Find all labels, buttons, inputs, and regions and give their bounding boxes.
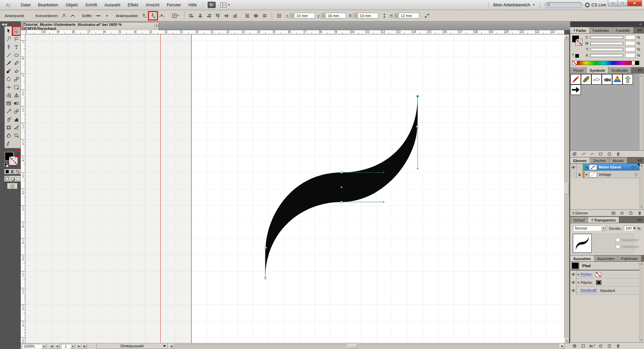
menu-hilfe[interactable]: Hilfe — [185, 1, 201, 9]
arrow-right-symbol[interactable] — [571, 85, 581, 95]
tab-ebenen[interactable]: Ebenen — [570, 157, 590, 163]
pencil-tool[interactable] — [13, 59, 21, 67]
default-colors-button[interactable] — [4, 163, 8, 167]
collapse-panels-icon[interactable]: » — [639, 22, 641, 26]
menu-fenster[interactable]: Fenster — [163, 1, 184, 9]
tab-aussehen[interactable]: Aussehen — [570, 255, 594, 261]
document-tab[interactable]: Tutorial_Muster-Visitenkarte_Illustrator… — [23, 22, 159, 30]
scale-tool[interactable] — [13, 75, 21, 83]
artboard-tool[interactable] — [5, 123, 13, 132]
menu-ansicht[interactable]: Ansicht — [142, 1, 163, 9]
channel-value-field[interactable] — [625, 41, 635, 46]
width-tool[interactable] — [5, 83, 13, 91]
channel-value-field[interactable] — [625, 35, 635, 40]
field-value[interactable]: 16 mm — [325, 13, 346, 18]
none-swatch[interactable] — [596, 272, 601, 277]
make-clipping-mask-button[interactable] — [609, 211, 618, 215]
spinner-icon[interactable]: ▲▼ — [394, 13, 398, 18]
scroll-down-icon[interactable]: ▼ — [564, 338, 569, 343]
align-center-button[interactable] — [196, 12, 204, 19]
layer-row[interactable]: ▶ Vorlage — [570, 171, 640, 178]
hide-handles-button[interactable] — [103, 12, 111, 19]
appearance-visibility-toggle[interactable] — [570, 279, 577, 287]
field-value[interactable]: 10 mm — [294, 13, 315, 18]
remove-anchor-button[interactable] — [140, 12, 148, 19]
delete-symbol-button[interactable] — [614, 152, 623, 156]
scroll-up-icon[interactable]: ▲ — [639, 164, 644, 168]
channel-slider[interactable] — [590, 42, 623, 45]
tab-transparenz[interactable]: ⇕Transparenz — [588, 217, 619, 223]
black-swatch[interactable] — [635, 61, 639, 65]
align-bottom-button[interactable] — [231, 12, 239, 19]
canvas[interactable] — [25, 35, 564, 343]
layer-name[interactable]: Vorlage — [599, 172, 635, 177]
appearance-row[interactable]: ▶ Fläche: — [570, 279, 640, 287]
pyramid-symbol[interactable] — [612, 74, 623, 85]
last-page-button[interactable]: ▶| — [82, 344, 87, 349]
add-effect-button[interactable]: fx.▾ — [588, 344, 596, 348]
channel-slider[interactable] — [590, 36, 623, 39]
scroll-down-icon[interactable]: ▼ — [639, 338, 644, 342]
gradient-tool[interactable] — [13, 99, 21, 107]
channel-slider[interactable] — [590, 54, 623, 57]
scroll-up-icon[interactable]: ▲ — [639, 74, 644, 78]
tab-pinsel[interactable]: Pinsel — [570, 67, 587, 73]
delete-item-button[interactable] — [614, 344, 623, 348]
tab-verlauf[interactable]: Verlauf — [570, 217, 588, 223]
scroll-up-icon[interactable]: ▲ — [564, 35, 569, 39]
blend-mode-dropdown-icon[interactable]: ▼ — [601, 226, 606, 231]
artwork[interactable] — [25, 35, 564, 343]
menu-schrift[interactable]: Schrift — [82, 1, 101, 9]
field-value[interactable]: 12 mm — [398, 13, 419, 18]
symbol-libraries-button[interactable] — [570, 152, 579, 156]
close-button[interactable]: ✕ — [627, 0, 642, 6]
none-swatch[interactable] — [573, 61, 577, 65]
symbol-options-button[interactable] — [596, 152, 605, 156]
align-left-button[interactable] — [187, 12, 196, 19]
page-number-field[interactable]: 1 — [61, 344, 70, 349]
ruler-corner[interactable] — [21, 30, 25, 35]
spinner-icon[interactable]: ▲▼ — [321, 13, 325, 18]
shape-builder-tool[interactable] — [5, 91, 13, 99]
first-page-button[interactable]: |◀ — [49, 344, 54, 349]
blob-brush-tool[interactable] — [5, 67, 13, 75]
layer-name[interactable]: Meine Ebene — [599, 165, 632, 169]
align-right-button[interactable] — [205, 12, 213, 19]
spectrum-ramp[interactable] — [577, 61, 632, 65]
perspective-grid-tool[interactable] — [13, 91, 21, 99]
rocket-symbol[interactable] — [571, 74, 581, 85]
appearance-scrollbar[interactable]: ▲ ▼ — [639, 262, 644, 342]
screen-mode-button[interactable] — [7, 183, 17, 189]
layer-lock-toggle[interactable] — [577, 164, 583, 171]
menu-datei[interactable]: Datei — [17, 1, 34, 9]
pen-tool[interactable] — [5, 43, 13, 51]
layers-scrollbar[interactable]: ▲ ▼ — [639, 164, 644, 209]
type-tool[interactable] — [13, 43, 21, 51]
channel-value-field[interactable] — [625, 53, 635, 58]
scale-strokes-effects-button[interactable] — [423, 12, 431, 19]
arrange-documents-button[interactable]: ▼ — [220, 3, 230, 7]
appearance-item-header[interactable]: Pfad — [570, 262, 640, 270]
tab-absatz[interactable]: Absatz — [609, 157, 627, 163]
close-tab-icon[interactable]: ✕ — [154, 24, 159, 29]
distribute-top-button[interactable] — [243, 12, 251, 19]
none-button[interactable] — [15, 169, 21, 174]
appearance-row[interactable]: ▶ Kontur: — [570, 270, 640, 279]
color-button[interactable] — [4, 169, 10, 174]
status-tool-indicator[interactable]: Direktauswahl ▶ — [96, 343, 168, 349]
arrow-sketch-symbol[interactable] — [591, 74, 602, 85]
gradient-button[interactable] — [10, 169, 15, 174]
new-layer-button[interactable] — [627, 211, 635, 215]
draw-inside-mode-button[interactable] — [15, 176, 21, 182]
distribute-bottom-button[interactable] — [261, 12, 269, 19]
appearance-disclosure-icon[interactable]: ▶ — [577, 281, 581, 284]
spinner-icon[interactable]: ▲▼ — [290, 13, 294, 18]
zoom-tool[interactable] — [13, 132, 21, 140]
blend-mode-select[interactable]: Normal — [573, 226, 601, 231]
checkbox-icon[interactable] — [616, 245, 620, 249]
panel-menu-icon[interactable]: ▾≡ — [636, 157, 644, 163]
stroke-swatch[interactable] — [9, 156, 18, 165]
layer-disclosure-icon[interactable]: ▶ — [585, 166, 589, 168]
scroll-down-icon[interactable]: ▼ — [639, 205, 644, 209]
search-input[interactable] — [552, 3, 581, 7]
